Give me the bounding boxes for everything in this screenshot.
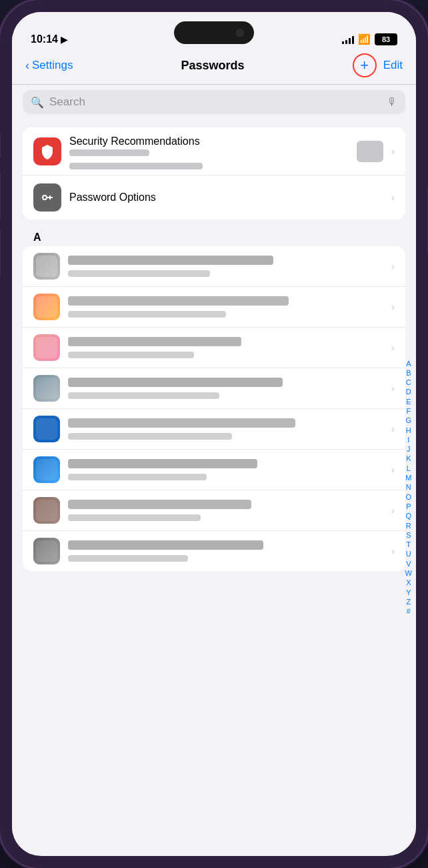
item-title-5: [68, 418, 295, 428]
alpha-s[interactable]: S: [403, 530, 413, 540]
passwords-list: › ›: [23, 246, 405, 571]
alpha-g[interactable]: G: [403, 416, 415, 425]
alpha-u[interactable]: U: [403, 549, 414, 558]
password-item-3[interactable]: ›: [23, 327, 405, 368]
alpha-k[interactable]: K: [403, 454, 413, 463]
security-blurred-badge: [357, 141, 383, 162]
alpha-b[interactable]: B: [403, 368, 413, 378]
item-chevron-5: ›: [391, 424, 395, 434]
item-title-1: [68, 256, 273, 265]
alpha-w[interactable]: W: [403, 568, 415, 578]
item-title-7: [68, 500, 251, 509]
security-blurred-detail: [69, 163, 203, 169]
search-bar-container: 🔍 Search 🎙: [12, 85, 416, 121]
item-sub-7: [68, 514, 201, 521]
chevron-left-icon: ‹: [25, 59, 29, 73]
alpha-y[interactable]: Y: [403, 588, 413, 597]
back-button[interactable]: ‹ Settings: [25, 59, 73, 73]
site-icon-2: [33, 294, 60, 320]
battery-level: 83: [382, 35, 390, 43]
alpha-t[interactable]: T: [403, 540, 413, 549]
security-blurred-count: [69, 149, 149, 156]
alpha-e[interactable]: E: [403, 397, 413, 406]
item-sub-2: [68, 311, 226, 318]
volume-up-button[interactable]: [0, 172, 1, 219]
item-chevron-3: ›: [391, 342, 395, 353]
mute-button[interactable]: [0, 133, 1, 157]
alpha-r[interactable]: R: [403, 521, 414, 530]
svg-point-4: [49, 197, 51, 199]
alpha-o[interactable]: O: [403, 492, 415, 502]
password-item-7[interactable]: ›: [23, 490, 405, 530]
section-letter-a: A: [12, 226, 416, 246]
item-chevron-8: ›: [391, 546, 395, 556]
security-icon: !: [33, 137, 61, 165]
item-chevron-4: ›: [391, 383, 395, 394]
location-icon: ▶: [61, 35, 67, 45]
password-item-1[interactable]: ›: [23, 246, 405, 286]
password-options-row[interactable]: Password Options ›: [23, 175, 405, 220]
edit-button[interactable]: Edit: [383, 59, 403, 72]
alpha-a[interactable]: A: [403, 358, 413, 368]
item-content-2: [68, 296, 383, 318]
alpha-l[interactable]: L: [404, 464, 413, 473]
status-time: 10:14 ▶: [31, 33, 67, 45]
alpha-hash[interactable]: #: [404, 606, 413, 616]
item-title-8: [68, 540, 263, 550]
mic-icon[interactable]: 🎙: [387, 96, 397, 108]
item-sub-3: [68, 352, 194, 358]
item-chevron-6: ›: [391, 464, 395, 475]
security-title: Security Recommendations: [69, 135, 349, 147]
item-chevron-2: ›: [391, 302, 395, 312]
svg-point-1: [43, 195, 47, 199]
security-subtitle: [69, 149, 349, 156]
status-icons: 📶 83: [342, 33, 397, 45]
signal-bar-1: [342, 41, 344, 44]
phone-screen: 10:14 ▶ 📶 83 ‹: [12, 12, 416, 856]
add-password-button[interactable]: +: [353, 53, 377, 77]
password-item-5[interactable]: ›: [23, 408, 405, 449]
phone-shell: 10:14 ▶ 📶 83 ‹: [0, 0, 428, 868]
alpha-x[interactable]: X: [403, 578, 413, 587]
item-content-5: [68, 418, 383, 440]
password-item-2[interactable]: ›: [23, 286, 405, 327]
password-options-title: Password Options: [69, 191, 383, 203]
security-recommendations-row[interactable]: ! Security Recommendations ›: [23, 127, 405, 175]
site-icon-8: [33, 538, 60, 564]
alpha-q[interactable]: Q: [403, 511, 415, 520]
alpha-c[interactable]: C: [403, 378, 414, 387]
security-chevron-icon: ›: [391, 146, 395, 157]
alpha-m[interactable]: M: [403, 473, 414, 482]
site-icon-4: [33, 375, 60, 402]
alpha-j[interactable]: J: [404, 444, 413, 454]
search-icon: 🔍: [31, 96, 44, 109]
alpha-n[interactable]: N: [403, 482, 414, 492]
alpha-i[interactable]: I: [405, 435, 412, 444]
alpha-p[interactable]: P: [403, 502, 413, 511]
search-bar[interactable]: 🔍 Search 🎙: [23, 90, 405, 114]
password-item-4[interactable]: ›: [23, 368, 405, 408]
item-content-6: [68, 459, 383, 480]
alpha-h[interactable]: H: [403, 426, 414, 435]
alpha-f[interactable]: F: [403, 406, 413, 416]
alpha-d[interactable]: D: [403, 387, 414, 396]
volume-down-button[interactable]: [0, 230, 1, 276]
page-title: Passwords: [181, 59, 245, 73]
security-content: Security Recommendations: [69, 135, 349, 167]
item-title-3: [68, 337, 241, 346]
time-display: 10:14: [31, 33, 58, 45]
item-content-8: [68, 540, 383, 562]
search-input[interactable]: Search: [49, 95, 381, 109]
item-sub-4: [68, 392, 219, 399]
item-sub-5: [68, 433, 232, 440]
item-sub-6: [68, 474, 207, 480]
wifi-icon: 📶: [358, 33, 371, 45]
signal-bar-4: [352, 36, 354, 44]
item-content-1: [68, 256, 383, 277]
dynamic-island: [174, 21, 254, 44]
password-item-8[interactable]: ›: [23, 530, 405, 571]
password-item-6[interactable]: ›: [23, 449, 405, 490]
site-icon-7: [33, 497, 60, 524]
alpha-v[interactable]: V: [403, 559, 413, 568]
alpha-z[interactable]: Z: [403, 597, 413, 606]
